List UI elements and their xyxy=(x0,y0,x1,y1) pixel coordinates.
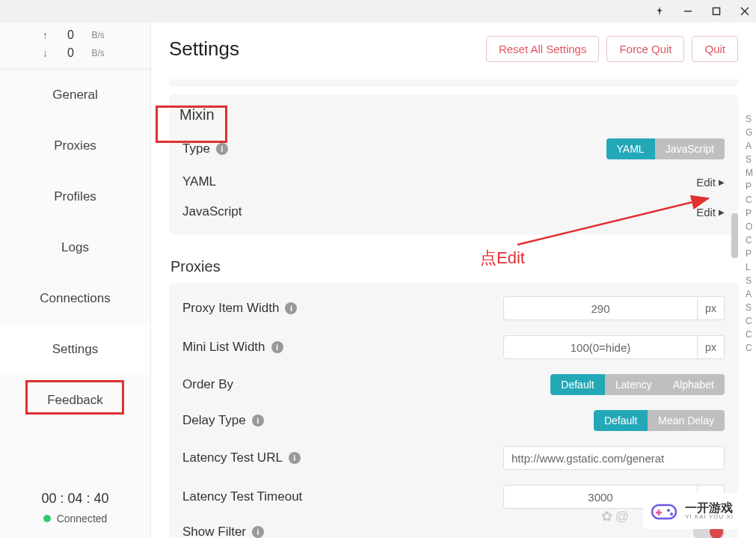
status-box: 00 : 04 : 40 Connected xyxy=(0,480,150,538)
px-unit: px xyxy=(698,335,725,359)
upload-arrow-icon: ↑ xyxy=(41,29,50,41)
svg-point-9 xyxy=(667,509,670,512)
order-by-label: Order By xyxy=(182,377,233,392)
latency-url-input[interactable] xyxy=(503,446,725,470)
order-by-row: Order By Default Latency Alphabet xyxy=(169,367,738,403)
mixin-type-javascript[interactable]: JavaScript xyxy=(655,138,725,159)
mixin-js-row: JavaScript Edit▶ xyxy=(169,197,738,227)
px-unit: px xyxy=(698,296,725,320)
info-icon[interactable]: i xyxy=(271,341,283,353)
proxies-title: Proxies xyxy=(169,248,738,283)
latency-timeout-label: Latency Test Timeout xyxy=(182,489,302,504)
info-icon[interactable]: i xyxy=(252,526,264,538)
mini-list-width-row: Mini List Width i px xyxy=(169,328,738,367)
mixin-group: Mixin Type i YAML JavaScript YAML Edit▶ xyxy=(169,94,738,234)
info-icon[interactable]: i xyxy=(216,143,228,155)
mixin-title: Mixin xyxy=(169,94,738,131)
mini-list-width-input[interactable] xyxy=(503,335,698,359)
status-text: Connected xyxy=(57,513,108,525)
mixin-type-label: Type xyxy=(182,141,210,156)
mixin-type-row: Type i YAML JavaScript xyxy=(169,131,738,167)
uptime-timer: 00 : 04 : 40 xyxy=(0,491,150,507)
faint-watermark: ✿@ xyxy=(601,508,629,525)
proxy-item-width-input[interactable] xyxy=(503,296,698,320)
order-by-segment: Default Latency Alphabet xyxy=(550,374,725,395)
force-quit-button[interactable]: Force Quit xyxy=(606,36,684,62)
mixin-type-segment: YAML JavaScript xyxy=(606,138,725,159)
nav-item-connections[interactable]: Connections xyxy=(0,273,150,324)
reset-all-button[interactable]: Reset All Settings xyxy=(486,36,600,62)
minimize-icon[interactable] xyxy=(683,6,693,16)
nav-list: General Proxies Profiles Logs Connection… xyxy=(0,70,150,480)
mixin-type-yaml[interactable]: YAML xyxy=(606,138,655,159)
alpha-index-strip[interactable]: S G A S M P C P O C P L S A S C C C xyxy=(746,112,753,355)
mixin-js-label: JavaScript xyxy=(182,204,242,219)
latency-url-label: Latency Test URL xyxy=(182,450,283,465)
mixin-yaml-label: YAML xyxy=(182,174,216,189)
order-by-alphabet[interactable]: Alphabet xyxy=(663,374,725,395)
speed-box: ↑ 0 B/s ↓ 0 B/s xyxy=(0,22,150,70)
status-dot-icon xyxy=(43,515,51,522)
delay-type-mean[interactable]: Mean Delay xyxy=(648,410,725,431)
watermark-brand: 一开游戏 xyxy=(685,501,734,515)
mixin-js-edit[interactable]: Edit▶ xyxy=(696,206,725,218)
nav-item-proxies[interactable]: Proxies xyxy=(0,120,150,171)
download-arrow-icon: ↓ xyxy=(41,47,50,59)
delay-type-row: Delay Type i Default Mean Delay xyxy=(169,403,738,438)
nav-item-profiles[interactable]: Profiles xyxy=(0,171,150,222)
mixin-yaml-edit[interactable]: Edit▶ xyxy=(696,176,725,189)
delay-type-segment: Default Mean Delay xyxy=(594,410,725,431)
window-titlebar xyxy=(0,0,756,22)
scrollbar-thumb[interactable] xyxy=(731,213,738,258)
order-by-latency[interactable]: Latency xyxy=(605,374,663,395)
close-icon[interactable] xyxy=(740,6,750,16)
upload-value: 0 xyxy=(64,28,79,42)
upload-unit: B/s xyxy=(92,30,110,40)
maximize-icon[interactable] xyxy=(711,6,722,16)
chevron-right-icon: ▶ xyxy=(719,178,725,186)
watermark-sub: YI KAI YOU XI xyxy=(685,514,734,521)
nav-item-feedback[interactable]: Feedback xyxy=(0,375,150,426)
proxy-item-width-label: Proxy Item Width xyxy=(182,301,279,316)
page-header: Settings Reset All Settings Force Quit Q… xyxy=(151,22,756,73)
chevron-right-icon: ▶ xyxy=(719,208,725,216)
main-panel: Settings Reset All Settings Force Quit Q… xyxy=(151,22,756,538)
annotation-text-click-edit: 点Edit xyxy=(480,247,525,269)
order-by-default[interactable]: Default xyxy=(550,374,604,395)
gamepad-icon xyxy=(649,496,679,526)
settings-content[interactable]: Mixin Type i YAML JavaScript YAML Edit▶ xyxy=(151,79,738,538)
download-speed: ↓ 0 B/s xyxy=(0,46,150,60)
info-icon[interactable]: i xyxy=(252,415,264,427)
nav-item-general[interactable]: General xyxy=(0,70,150,120)
upload-speed: ↑ 0 B/s xyxy=(0,28,150,42)
quit-button[interactable]: Quit xyxy=(692,36,738,62)
download-unit: B/s xyxy=(92,48,110,58)
proxy-item-width-row: Proxy Item Width i px xyxy=(169,289,738,328)
nav-item-settings[interactable]: Settings xyxy=(0,324,150,375)
svg-rect-6 xyxy=(652,505,676,519)
nav-item-logs[interactable]: Logs xyxy=(0,222,150,273)
info-icon[interactable]: i xyxy=(285,302,297,314)
previous-group-tail xyxy=(169,79,738,87)
info-icon[interactable]: i xyxy=(289,452,301,464)
delay-type-default[interactable]: Default xyxy=(594,410,648,431)
pin-icon[interactable] xyxy=(654,6,665,16)
page-title: Settings xyxy=(169,37,239,61)
brand-watermark: 一开游戏 YI KAI YOU XI xyxy=(643,493,740,529)
delay-type-label: Delay Type xyxy=(182,413,246,428)
paw-icon: ✿ xyxy=(601,508,612,525)
latency-url-row: Latency Test URL i xyxy=(169,438,738,477)
sidebar: ↑ 0 B/s ↓ 0 B/s General Proxies Profiles… xyxy=(0,22,151,538)
mixin-yaml-row: YAML Edit▶ xyxy=(169,167,738,197)
svg-rect-1 xyxy=(713,8,720,15)
download-value: 0 xyxy=(64,46,79,60)
connection-status: Connected xyxy=(0,513,150,525)
show-filter-label: Show Filter xyxy=(182,525,246,538)
svg-point-10 xyxy=(670,513,673,516)
mini-list-width-label: Mini List Width xyxy=(182,340,265,355)
